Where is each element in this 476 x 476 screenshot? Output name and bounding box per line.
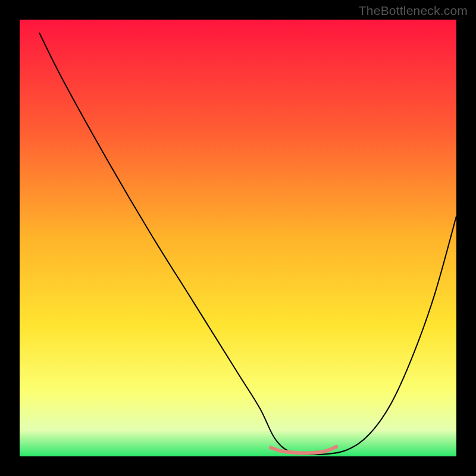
watermark-text: TheBottleneck.com (359, 4, 468, 18)
chart-frame: TheBottleneck.com (0, 0, 476, 476)
bottleneck-chart (0, 0, 476, 476)
gradient-background (20, 20, 456, 456)
